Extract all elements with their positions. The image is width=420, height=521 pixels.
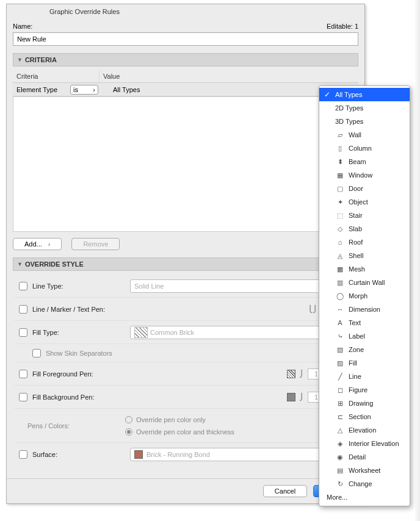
interior-elevation-icon: ◈ <box>335 440 345 448</box>
popup-item-object[interactable]: ✦Object <box>319 195 410 209</box>
line-type-label: Line Type: <box>32 282 130 290</box>
pen-icon: ⎭ <box>299 393 304 401</box>
name-label: Name: <box>13 23 32 30</box>
criteria-section-header[interactable]: ▼ CRITERIA <box>13 53 358 66</box>
radio-color-only[interactable]: Override pen color only <box>125 416 234 423</box>
criteria-row[interactable]: Element Type is › All Types › <box>13 83 358 96</box>
popup-item-slab[interactable]: ◇Slab <box>319 222 410 235</box>
zone-icon: ▧ <box>335 346 345 354</box>
criteria-buttons: Add... › Remove <box>13 238 358 250</box>
popup-item-zone[interactable]: ▧Zone <box>319 343 410 356</box>
fill-fg-checkbox[interactable] <box>19 370 27 378</box>
popup-item-label: Section <box>349 413 371 420</box>
disclosure-triangle-icon: ▼ <box>17 261 23 267</box>
fg-hatch-icon <box>287 370 295 378</box>
popup-item-section[interactable]: ⊏Section <box>319 410 410 423</box>
criteria-op-select[interactable]: is › <box>70 85 98 95</box>
popup-item-interior-elevation[interactable]: ◈Interior Elevation <box>319 437 410 450</box>
fill-icon: ▨ <box>335 359 345 367</box>
curtain-wall-icon: ▥ <box>335 279 345 287</box>
fill-bg-row: Fill Background Pen: ⎭ 1 ⊘ <box>14 386 357 409</box>
editable-label: Editable: 1 <box>327 23 358 30</box>
popup-item-label: Stair <box>349 212 363 219</box>
popup-item-wall[interactable]: ▱Wall <box>319 128 410 142</box>
popup-item-change[interactable]: ↻Change <box>319 477 410 490</box>
beam-icon: ⬍ <box>335 158 345 166</box>
popup-item-2d-types[interactable]: 2D Types <box>319 101 410 115</box>
popup-item-window[interactable]: ▦Window <box>319 168 410 182</box>
popup-item-label: Door <box>349 185 363 192</box>
stair-icon: ⬚ <box>335 212 345 220</box>
drawing-icon: ⊞ <box>335 400 345 408</box>
window-icon: ▦ <box>335 171 345 179</box>
popup-item-mesh[interactable]: ▩Mesh <box>319 262 410 276</box>
override-section-header[interactable]: ▼ OVERRIDE STYLE <box>13 257 358 271</box>
popup-item-curtain-wall[interactable]: ▥Curtain Wall <box>319 276 410 289</box>
popup-item-detail[interactable]: ◉Detail <box>319 450 410 464</box>
worksheet-icon: ▤ <box>335 467 345 475</box>
line-pen-checkbox[interactable] <box>19 305 27 314</box>
skin-sep-checkbox[interactable] <box>32 349 41 358</box>
popup-item-door[interactable]: ▢Door <box>319 182 410 195</box>
popup-item-fill[interactable]: ▨Fill <box>319 356 410 370</box>
fill-bg-checkbox[interactable] <box>19 393 27 401</box>
popup-item-label: Drawing <box>349 400 373 407</box>
fill-type-checkbox[interactable] <box>19 328 27 337</box>
remove-criteria-button[interactable]: Remove <box>71 238 120 250</box>
fill-fg-label: Fill Foreground Pen: <box>32 370 130 378</box>
popup-item-beam[interactable]: ⬍Beam <box>319 155 410 168</box>
pens-colors-radio-group: Override pen color only Override pen col… <box>125 412 234 439</box>
popup-item-more[interactable]: More... <box>319 490 410 504</box>
popup-item-elevation[interactable]: △Elevation <box>319 423 410 437</box>
cancel-button[interactable]: Cancel <box>263 485 307 497</box>
fill-type-value: Common Brick <box>150 329 194 336</box>
popup-item-figure[interactable]: ◻Figure <box>319 383 410 397</box>
criteria-value-label: All Types <box>98 86 345 93</box>
line-icon: ╱ <box>335 373 345 381</box>
popup-item-morph[interactable]: ◯Morph <box>319 289 410 303</box>
popup-item-drawing[interactable]: ⊞Drawing <box>319 397 410 410</box>
criteria-col-header-2: Value <box>100 70 358 82</box>
radio-color-thickness[interactable]: Override pen color and thickness <box>125 428 234 436</box>
pens-colors-row: Pens / Colors: Override pen color only O… <box>14 409 357 443</box>
popup-item-label: Object <box>349 198 368 206</box>
popup-item-roof[interactable]: ⌂Roof <box>319 235 410 249</box>
popup-item-label: Line <box>349 373 361 380</box>
popup-item-worksheet[interactable]: ▤Worksheet <box>319 464 410 477</box>
popup-item-label: Worksheet <box>349 467 380 474</box>
fill-type-label: Fill Type: <box>32 329 130 336</box>
wall-icon: ▱ <box>335 131 345 139</box>
popup-item-label: Roof <box>349 239 363 246</box>
popup-item-label: Change <box>349 480 372 487</box>
column-icon: ▯ <box>335 145 345 153</box>
surface-dropdown[interactable]: Brick - Running Bond › <box>130 448 347 461</box>
override-style-body: Line Type: Solid Line › Line / Marker / … <box>13 271 358 470</box>
fill-type-dropdown[interactable]: Common Brick › <box>130 326 347 339</box>
popup-item-label: Curtain Wall <box>349 279 385 286</box>
popup-item-label: Detail <box>349 453 366 461</box>
popup-item-shell[interactable]: ◬Shell <box>319 249 410 262</box>
surface-checkbox[interactable] <box>19 450 27 459</box>
text-icon: A <box>335 319 345 326</box>
popup-item-label: Fill <box>349 359 357 367</box>
popup-item-label[interactable]: ⤷Label <box>319 329 410 343</box>
name-input[interactable] <box>13 32 358 46</box>
popup-item-all-types[interactable]: ✓ All Types <box>319 88 410 101</box>
object-icon: ✦ <box>335 198 345 206</box>
add-criteria-button[interactable]: Add... › <box>13 238 62 250</box>
popup-item-stair[interactable]: ⬚Stair <box>319 209 410 222</box>
popup-item-3d-types[interactable]: 3D Types <box>319 115 410 128</box>
pens-colors-label: Pens / Colors: <box>27 422 125 429</box>
popup-item-text[interactable]: AText <box>319 316 410 329</box>
popup-item-label: Wall <box>349 131 361 138</box>
fill-bg-label: Fill Background Pen: <box>32 393 130 401</box>
popup-item-label: Beam <box>349 158 366 165</box>
window-title: Graphic Override Rules <box>7 4 364 19</box>
popup-item-column[interactable]: ▯Column <box>319 142 410 155</box>
dialog-graphic-override: Graphic Override Rules Name: Editable: 1… <box>6 4 365 504</box>
popup-item-line[interactable]: ╱Line <box>319 370 410 383</box>
roof-icon: ⌂ <box>335 239 345 246</box>
line-type-checkbox[interactable] <box>19 282 27 290</box>
popup-item-dimension[interactable]: ↔Dimension <box>319 303 410 316</box>
popup-item-label: Window <box>349 171 372 179</box>
